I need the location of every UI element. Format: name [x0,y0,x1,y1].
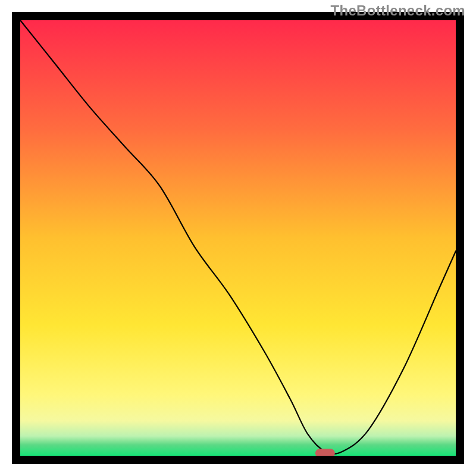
plot-background [20,20,456,456]
watermark-text: TheBottleneck.com [331,2,465,19]
bottleneck-chart [0,0,476,476]
